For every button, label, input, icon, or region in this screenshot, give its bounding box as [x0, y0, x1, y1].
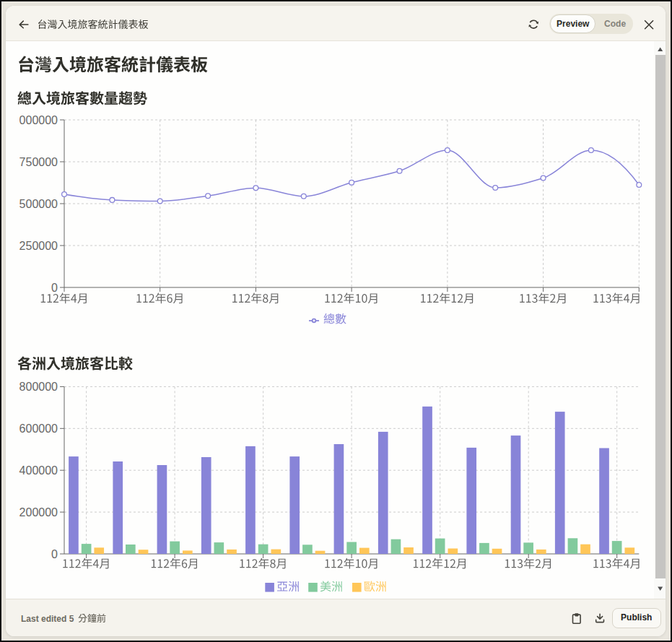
- svg-text:1000000: 1000000: [13, 114, 58, 126]
- svg-text:200000: 200000: [19, 506, 58, 519]
- svg-text:600000: 600000: [19, 422, 58, 435]
- svg-text:0: 0: [51, 282, 58, 294]
- svg-text:800000: 800000: [19, 381, 58, 393]
- svg-text:750000: 750000: [19, 156, 58, 168]
- svg-text:500000: 500000: [19, 198, 58, 210]
- svg-text:Last edited 5: Last edited 5: [21, 614, 74, 624]
- svg-text:400000: 400000: [19, 464, 58, 477]
- svg-text:0: 0: [51, 548, 58, 560]
- svg-text:250000: 250000: [19, 240, 58, 252]
